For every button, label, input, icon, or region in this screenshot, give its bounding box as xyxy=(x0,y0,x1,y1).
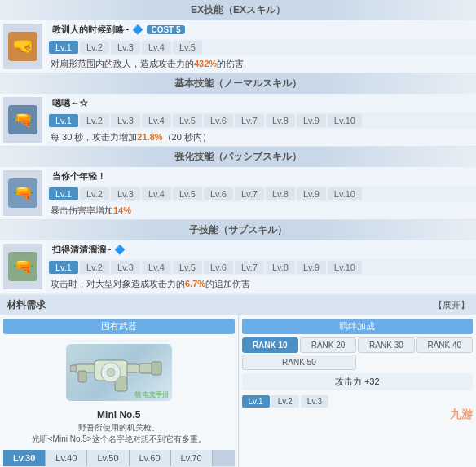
weapon-desc-2: 光听<Mini No.5>这个名字绝对想不到它有多重。 xyxy=(3,434,235,445)
bond-panel-title: 羁绊加成 xyxy=(242,319,474,334)
sub-lv2-button[interactable]: Lv.2 xyxy=(80,261,109,274)
sub-lv10-button[interactable]: Lv.10 xyxy=(328,261,362,274)
materials-header: 材料需求 【展开】 xyxy=(0,295,476,315)
basic-skill-name: 嗯嗯～☆ xyxy=(49,95,91,111)
weapon-lv50-tab[interactable]: Lv.50 xyxy=(87,450,129,466)
basic-lv4-button[interactable]: Lv.4 xyxy=(142,114,171,127)
materials-collapse[interactable]: 【展开】 xyxy=(434,299,469,311)
ex-skill-section: EX技能（EXスキル） 🤜 教训人的时候到略~ 🔷 COST 5 Lv.1 Lv… xyxy=(0,0,476,73)
bond-lv1-tab[interactable]: Lv.1 xyxy=(242,395,270,408)
basic-lv9-button[interactable]: Lv.9 xyxy=(297,114,326,127)
basic-lv8-button[interactable]: Lv.8 xyxy=(266,114,295,127)
svg-rect-6 xyxy=(70,365,77,372)
ex-skill-levels: Lv.1 Lv.2 Lv.3 Lv.4 Lv.5 xyxy=(46,39,476,55)
weapon-lv-area: Lv.30 Lv.40 Lv.50 Lv.60 Lv.70 攻击力 +378，体… xyxy=(3,450,235,467)
bond-lv-tabs: Lv.1 Lv.2 Lv.3 xyxy=(242,395,474,408)
weapon-lv30-tab[interactable]: Lv.30 xyxy=(3,450,46,466)
bond-lv3-tab[interactable]: Lv.3 xyxy=(301,395,328,408)
weapon-image-area: 萌 电竞手册 xyxy=(3,337,235,408)
weapon-lv40-tab[interactable]: Lv.40 xyxy=(46,450,87,466)
watermark: 萌 电竞手册 xyxy=(134,390,169,399)
sub-lv6-button[interactable]: Lv.6 xyxy=(204,261,233,274)
enhance-skill-icon-img: 🔫 xyxy=(8,178,37,208)
svg-rect-8 xyxy=(152,362,161,375)
sub-skill-levels: Lv.1 Lv.2 Lv.3 Lv.4 Lv.5 Lv.6 Lv.7 Lv.8 … xyxy=(46,259,476,275)
basic-lv5-button[interactable]: Lv.5 xyxy=(173,114,202,127)
basic-skill-row: 🔫 嗯嗯～☆ Lv.1 Lv.2 Lv.3 Lv.4 Lv.5 Lv.6 Lv.… xyxy=(0,94,476,147)
ex-lv1-button[interactable]: Lv.1 xyxy=(49,41,78,54)
rank50-button[interactable]: RANK 50 xyxy=(242,355,357,370)
sub-skill-content: 扫得清清溜溜~ 🔷 Lv.1 Lv.2 Lv.3 Lv.4 Lv.5 Lv.6 … xyxy=(46,240,476,293)
rank40-button[interactable]: RANK 40 xyxy=(416,337,473,353)
weapon-lv60-tab[interactable]: Lv.60 xyxy=(130,450,171,466)
ex-skill-icon-img: 🤜 xyxy=(8,32,37,61)
basic-lv3-button[interactable]: Lv.3 xyxy=(111,114,140,127)
ex-lv4-button[interactable]: Lv.4 xyxy=(142,41,171,54)
enhance-skill-desc: 暴击伤害率增加14% xyxy=(46,202,476,219)
enhance-skill-icon: 🔫 xyxy=(3,170,42,216)
enhance-skill-header: 强化技能（パッシブスキル） xyxy=(0,147,476,167)
enhance-lv3-button[interactable]: Lv.3 xyxy=(111,187,140,200)
ex-skill-row: 🤜 教训人的时候到略~ 🔷 COST 5 Lv.1 Lv.2 Lv.3 Lv.4… xyxy=(0,20,476,73)
ex-skill-name: 教训人的时候到略~ 🔷 xyxy=(49,22,147,37)
weapon-lv-tabs: Lv.30 Lv.40 Lv.50 Lv.60 Lv.70 xyxy=(3,450,235,466)
basic-skill-section: 基本技能（ノーマルスキル） 🔫 嗯嗯～☆ Lv.1 Lv.2 Lv.3 Lv.4… xyxy=(0,73,476,147)
enhance-lv8-button[interactable]: Lv.8 xyxy=(266,187,295,200)
sub-skill-icon-img: 🔫 xyxy=(8,252,37,281)
basic-lv7-button[interactable]: Lv.7 xyxy=(235,114,264,127)
sub-lv1-button[interactable]: Lv.1 xyxy=(49,261,78,274)
basic-lv6-button[interactable]: Lv.6 xyxy=(204,114,233,127)
weapon-lv70-tab[interactable]: Lv.70 xyxy=(171,450,213,466)
weapon-name: Mini No.5 xyxy=(3,409,235,421)
ex-skill-header: EX技能（EXスキル） xyxy=(0,0,476,20)
ex-skill-desc: 对扇形范围内的敌人，造成攻击力的432%的伤害 xyxy=(46,55,476,73)
ex-skill-content: 教训人的时候到略~ 🔷 COST 5 Lv.1 Lv.2 Lv.3 Lv.4 L… xyxy=(46,20,476,73)
basic-lv2-button[interactable]: Lv.2 xyxy=(80,114,109,127)
materials-section: 材料需求 【展开】 固有武器 xyxy=(0,295,476,467)
jiuyou-logo: 九游 xyxy=(450,398,473,424)
sub-skill-header: 子技能（サブスキル） xyxy=(0,220,476,240)
sub-skill-name: 扫得清清溜溜~ 🔷 xyxy=(49,242,129,258)
materials-title: 材料需求 xyxy=(7,298,46,312)
basic-skill-icon: 🔫 xyxy=(3,97,42,143)
rank-grid: RANK 10 RANK 20 RANK 30 RANK 40 RANK 50 xyxy=(242,337,474,370)
rank30-button[interactable]: RANK 30 xyxy=(358,337,414,353)
enhance-lv5-button[interactable]: Lv.5 xyxy=(173,187,202,200)
bond-stat: 攻击力 +32 xyxy=(242,373,474,390)
enhance-lv4-button[interactable]: Lv.4 xyxy=(142,187,171,200)
enhance-lv6-button[interactable]: Lv.6 xyxy=(204,187,233,200)
sub-lv5-button[interactable]: Lv.5 xyxy=(173,261,202,274)
rank10-button[interactable]: RANK 10 xyxy=(242,337,298,353)
weapon-svg xyxy=(70,348,168,397)
rank20-button[interactable]: RANK 20 xyxy=(300,337,356,353)
ex-cost-badge: COST 5 xyxy=(147,25,184,34)
ex-lv5-button[interactable]: Lv.5 xyxy=(173,41,202,54)
basic-skill-desc: 每 30 秒，攻击力增加21.8%（20 秒内） xyxy=(46,129,476,146)
sub-lv7-button[interactable]: Lv.7 xyxy=(235,261,264,274)
bond-panel: 羁绊加成 RANK 10 RANK 20 RANK 30 RANK 40 RAN… xyxy=(239,315,477,467)
enhance-lv7-button[interactable]: Lv.7 xyxy=(235,187,264,200)
basic-lv10-button[interactable]: Lv.10 xyxy=(328,114,362,127)
sub-lv8-button[interactable]: Lv.8 xyxy=(266,261,295,274)
svg-point-4 xyxy=(107,368,115,377)
enhance-lv1-button[interactable]: Lv.1 xyxy=(49,187,78,200)
enhance-lv9-button[interactable]: Lv.9 xyxy=(297,187,326,200)
ex-skill-icon: 🤜 xyxy=(3,24,42,69)
enhance-lv10-button[interactable]: Lv.10 xyxy=(328,187,362,200)
sub-skill-section: 子技能（サブスキル） 🔫 扫得清清溜溜~ 🔷 Lv.1 Lv.2 Lv.3 Lv… xyxy=(0,220,476,293)
basic-skill-icon-img: 🔫 xyxy=(8,105,37,134)
enhance-lv2-button[interactable]: Lv.2 xyxy=(80,187,109,200)
sub-lv9-button[interactable]: Lv.9 xyxy=(297,261,326,274)
basic-lv1-button[interactable]: Lv.1 xyxy=(49,114,78,127)
enhance-skill-section: 强化技能（パッシブスキル） 🔫 当你个年轻！ Lv.1 Lv.2 Lv.3 Lv… xyxy=(0,147,476,220)
svg-rect-5 xyxy=(78,371,86,382)
sub-skill-row: 🔫 扫得清清溜溜~ 🔷 Lv.1 Lv.2 Lv.3 Lv.4 Lv.5 Lv.… xyxy=(0,240,476,293)
sub-lv3-button[interactable]: Lv.3 xyxy=(111,261,140,274)
ex-lv3-button[interactable]: Lv.3 xyxy=(111,41,140,54)
weapon-panel: 固有武器 xyxy=(0,315,239,467)
sub-lv4-button[interactable]: Lv.4 xyxy=(142,261,171,274)
bond-lv2-tab[interactable]: Lv.2 xyxy=(271,395,299,408)
jiuyou-text: 九游 xyxy=(450,408,473,421)
ex-lv2-button[interactable]: Lv.2 xyxy=(80,41,109,54)
weapon-desc-1: 野吾所使用的机关枪。 xyxy=(3,422,235,434)
